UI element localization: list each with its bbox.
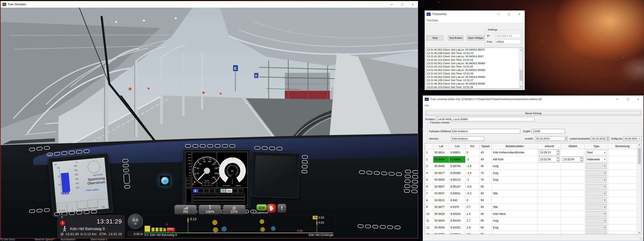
- cab-button[interactable]: [36, 209, 43, 212]
- table-cell[interactable]: [538, 184, 561, 190]
- table-cell[interactable]: 50.9477: [433, 170, 449, 177]
- log-line[interactable]: 13:21:40.062-Client: Get LatLon: 50.9428…: [427, 48, 523, 52]
- cab-button[interactable]: [29, 209, 35, 213]
- type-dropdown[interactable]: ▼: [586, 198, 607, 203]
- cab-button[interactable]: [229, 144, 236, 148]
- cab-button[interactable]: [262, 146, 268, 150]
- table-cell[interactable]: 6.95388: [449, 170, 466, 177]
- table-cell[interactable]: 4: [425, 170, 433, 177]
- cab-button[interactable]: [372, 225, 378, 228]
- hud-throttle[interactable]: 0%: [174, 205, 197, 214]
- table-cell[interactable]: ▼: [585, 211, 608, 218]
- cab-button[interactable]: [365, 224, 371, 228]
- log-line[interactable]: 13:21:45.063-Client: Get LatLon: 50.9428…: [427, 82, 523, 86]
- table-cell[interactable]: Haltestelle▼: [585, 156, 608, 163]
- table-cell[interactable]: [561, 211, 585, 218]
- hud-loco-brake[interactable]: 22%: [223, 205, 245, 214]
- cab-button[interactable]: [44, 208, 50, 212]
- left-display[interactable]: kV 2015100 HS ein A 6005004003002001000 …: [48, 153, 113, 218]
- table-cell[interactable]: [538, 224, 561, 231]
- ip-field[interactable]: 192.168.2.40: [495, 34, 521, 38]
- table-cell[interactable]: 6.95706: [449, 163, 466, 170]
- emergency-stop-button[interactable]: [267, 204, 276, 213]
- cab-button[interactable]: [269, 146, 275, 150]
- close-button[interactable]: ×: [514, 11, 524, 18]
- table-cell[interactable]: [561, 176, 585, 184]
- softkey[interactable]: Z/Br: [98, 198, 108, 209]
- cab-button[interactable]: [91, 210, 97, 214]
- table-cell[interactable]: 40: [480, 156, 492, 163]
- cab-button[interactable]: [396, 172, 402, 176]
- resize-grip[interactable]: [640, 237, 642, 240]
- type-dropdown[interactable]: ▼: [586, 184, 607, 190]
- close-button[interactable]: ×: [408, 1, 418, 8]
- table-scrollbar[interactable]: ▲ ▼: [637, 143, 641, 234]
- minimize-button[interactable]: [387, 1, 397, 8]
- cab-button[interactable]: [412, 180, 418, 184]
- cab-button[interactable]: [76, 150, 82, 154]
- table-cell[interactable]: 50.9434: [433, 156, 449, 163]
- column-header[interactable]: [425, 143, 433, 149]
- table-cell[interactable]: 6.96901: [449, 149, 466, 156]
- table-cell[interactable]: 50.9493: [433, 176, 449, 184]
- table-cell[interactable]: Köln West: [492, 211, 538, 218]
- cab-button[interactable]: [76, 211, 82, 215]
- schedule-table[interactable]: LatLonKmSpeedBetriebsstellenAnkunftAbfah…: [425, 143, 642, 234]
- table-cell[interactable]: [561, 149, 585, 156]
- table-cell[interactable]: -1.4: [466, 170, 480, 177]
- table-cell[interactable]: 90: [480, 211, 492, 218]
- table-cell[interactable]: [608, 218, 637, 224]
- table-cell[interactable]: -1.8: [466, 163, 480, 170]
- test-button[interactable]: Test Button: [448, 35, 464, 40]
- cab-button[interactable]: [68, 151, 75, 154]
- column-header[interactable]: Ankunft: [538, 143, 561, 149]
- table-cell[interactable]: [608, 149, 637, 156]
- scroll-up-arrow[interactable]: ▲: [519, 48, 523, 52]
- cab-button[interactable]: [29, 148, 35, 152]
- port-field[interactable]: 47812: [495, 40, 521, 44]
- table-cell[interactable]: [561, 163, 585, 170]
- table-cell[interactable]: 50.9414: [433, 149, 449, 156]
- table-cell[interactable]: [608, 211, 637, 218]
- table-cell[interactable]: 50.9428: [433, 211, 449, 218]
- column-header[interactable]: Km: [466, 143, 480, 149]
- table-cell[interactable]: 13:31:00: [538, 156, 561, 163]
- table-cell[interactable]: Zsig: [492, 176, 538, 184]
- table-cell[interactable]: [492, 197, 538, 204]
- hud-info-box[interactable]: 0 13:31:29 Köln Hbf Bahnsteig 9 @ 13:31:…: [57, 215, 125, 238]
- table-cell[interactable]: [561, 231, 585, 234]
- table-cell[interactable]: 6.93541: [449, 231, 466, 234]
- table-cell[interactable]: 40: [480, 163, 492, 170]
- table-cell[interactable]: [492, 231, 538, 234]
- table-cell[interactable]: 6.93154: [449, 218, 466, 224]
- table-cell[interactable]: [538, 176, 561, 184]
- ts-game-view[interactable]: E D: [1, 8, 418, 238]
- cab-button[interactable]: [412, 170, 418, 174]
- table-cell[interactable]: Esig: [492, 224, 538, 231]
- table-cell[interactable]: 12: [425, 224, 433, 231]
- softkey[interactable]: NFA- Ersatz: [87, 200, 98, 210]
- table-scroll-thumb[interactable]: [638, 148, 641, 164]
- cab-button[interactable]: [214, 144, 220, 148]
- zugnr-field[interactable]: 12345: [532, 129, 565, 134]
- log-line[interactable]: 13:21:43.062-Client: Get LatLon: 50.9428…: [427, 68, 523, 72]
- hud-speed-gauge[interactable]: 0.0 40: [128, 214, 143, 229]
- table-cell[interactable]: 50.9477: [433, 204, 449, 211]
- cab-button[interactable]: [302, 155, 308, 159]
- table-cell[interactable]: [608, 184, 637, 190]
- table-cell[interactable]: 6.95866: [449, 156, 466, 163]
- table-scroll-up[interactable]: ▲: [638, 144, 640, 146]
- table-cell[interactable]: 50.9537: [433, 190, 449, 197]
- cab-button[interactable]: [69, 211, 75, 215]
- table-cell[interactable]: Asig: [492, 163, 538, 170]
- log-line[interactable]: 13:21:44.062-Client: Get LatLon: 50.9428…: [427, 75, 523, 79]
- column-header[interactable]: Abfahrt: [561, 143, 585, 149]
- cab-button[interactable]: [404, 189, 410, 193]
- tsdata-titlebar[interactable]: TSdataMain ×: [425, 11, 524, 18]
- log-line[interactable]: 13:21:43.107-Client: Get Time: 13:31:26: [427, 72, 523, 75]
- table-cell[interactable]: [561, 184, 585, 190]
- log-line[interactable]: 13:21:45.113-Client: Get Time: 13:31:28: [427, 86, 523, 89]
- table-cell[interactable]: 6.95213: [449, 176, 466, 184]
- table-row[interactable]: 1250.93066.932622.690Esig▼: [425, 224, 638, 231]
- softkey[interactable]: U: [67, 201, 78, 212]
